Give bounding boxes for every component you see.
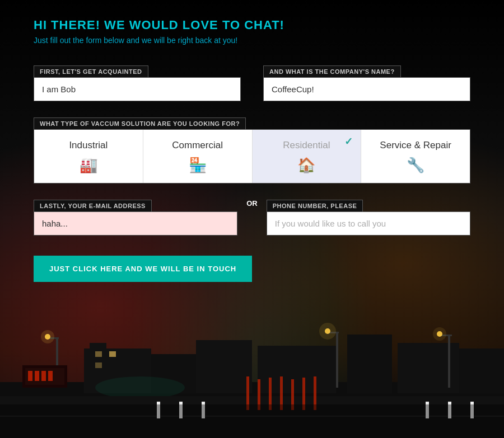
email-input[interactable] (34, 212, 237, 235)
industrial-icon: 🏭 (80, 157, 97, 174)
svg-rect-9 (95, 351, 102, 357)
name-input-wrapper (34, 77, 241, 101)
phone-field-label: PHONE NUMBER, PLEASE (267, 200, 363, 212)
vacuum-option-industrial[interactable]: Industrial 🏭 (34, 130, 143, 183)
page-title: HI THERE! WE WOULD LOVE TO CHAT! (34, 18, 470, 32)
phone-input[interactable] (267, 212, 470, 235)
svg-point-15 (41, 330, 54, 343)
svg-rect-10 (109, 351, 116, 357)
vacuum-option-service-label: Service & Repair (380, 140, 451, 151)
company-input[interactable] (264, 78, 470, 101)
phone-input-wrapper (267, 211, 470, 236)
svg-rect-20 (448, 335, 450, 388)
svg-rect-46 (0, 404, 504, 438)
vacuum-option-commercial-label: Commercial (172, 140, 223, 151)
phone-field-section: PHONE NUMBER, PLEASE (267, 199, 470, 236)
svg-rect-4 (196, 340, 252, 393)
name-field-section: FIRST, LET'S GET ACQUAINTED (34, 65, 241, 101)
vacuum-option-industrial-label: Industrial (69, 140, 108, 151)
email-input-wrapper (34, 211, 237, 236)
vacuum-option-commercial[interactable]: Commercial 🏪 (143, 130, 253, 183)
vacuum-option-residential-label: Residential (283, 140, 330, 151)
vacuum-section: WHAT TYPE OF VACCUM SOLUTION ARE YOU LOO… (34, 117, 470, 183)
residential-icon: 🏠 (297, 157, 315, 174)
company-field-label: AND WHAT IS THE COMPANY'S NAME? (263, 65, 401, 78)
company-field-section: AND WHAT IS THE COMPANY'S NAME? (263, 65, 470, 101)
email-field-label: LASTLY, YOUR E-MAIL ADDRESS (34, 200, 152, 212)
svg-rect-28 (41, 371, 46, 381)
vacuum-options: Industrial 🏭 Commercial 🏪 ✓ Residential … (34, 129, 470, 183)
name-field-label: FIRST, LET'S GET ACQUAINTED (34, 65, 148, 78)
or-divider: OR (237, 199, 267, 214)
svg-rect-29 (48, 371, 53, 381)
submit-button[interactable]: JUST CLICK HERE AND WE WILL BE IN TOUCH (34, 256, 252, 282)
svg-rect-27 (35, 371, 39, 381)
svg-rect-6 (347, 335, 392, 393)
svg-rect-8 (459, 348, 504, 393)
selected-checkmark: ✓ (344, 135, 353, 148)
contact-row: LASTLY, YOUR E-MAIL ADDRESS OR PHONE NUM… (34, 199, 470, 236)
svg-rect-16 (336, 332, 338, 388)
vacuum-field-label: WHAT TYPE OF VACCUM SOLUTION ARE YOU LOO… (34, 117, 246, 130)
service-icon: 🔧 (407, 157, 424, 174)
email-field-section: LASTLY, YOUR E-MAIL ADDRESS (34, 199, 237, 236)
name-input[interactable] (34, 78, 240, 101)
page-subtitle: Just fill out the form below and we will… (34, 36, 470, 45)
svg-point-30 (95, 376, 185, 399)
vacuum-option-service[interactable]: Service & Repair 🔧 (361, 130, 470, 183)
company-input-wrapper (263, 77, 470, 101)
commercial-icon: 🏪 (189, 157, 207, 174)
svg-point-23 (433, 327, 446, 341)
svg-rect-26 (28, 371, 32, 381)
svg-point-19 (319, 323, 336, 340)
svg-rect-11 (95, 362, 102, 368)
vacuum-option-residential[interactable]: ✓ Residential 🏠 (253, 130, 362, 183)
